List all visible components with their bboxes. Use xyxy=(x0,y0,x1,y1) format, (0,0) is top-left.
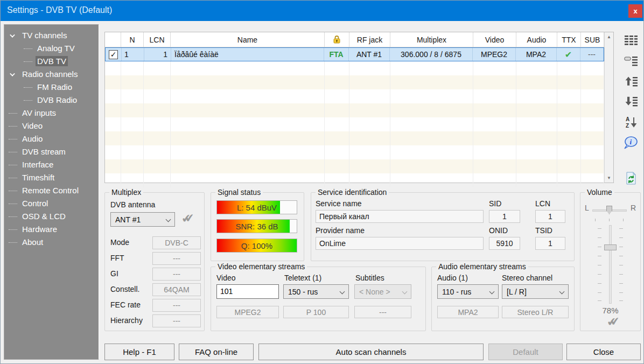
teletext-page-field: P 100 xyxy=(283,306,349,318)
sidebar-item-about[interactable]: About xyxy=(4,236,99,249)
sidebar-item-tv-channels[interactable]: TV channels xyxy=(4,29,99,42)
close-button[interactable]: Close xyxy=(566,344,641,360)
volume-slider-thumb[interactable] xyxy=(604,244,617,250)
teletext-label: Teletext (1) xyxy=(284,274,321,282)
subtitles-select[interactable]: < None > xyxy=(354,284,411,299)
svg-text:Z: Z xyxy=(626,123,629,129)
sidebar-item-dvb-tv[interactable]: DVB TV xyxy=(4,55,99,68)
channel-grid-icon[interactable] xyxy=(623,33,639,48)
stereo-channel-select[interactable]: [L / R] xyxy=(502,284,569,299)
lock-icon[interactable] xyxy=(325,32,349,47)
constellation-value: 64QAM xyxy=(152,283,201,296)
chevron-down-icon xyxy=(10,32,15,38)
fft-value: --- xyxy=(152,252,201,265)
sidebar-item-interface[interactable]: Interface xyxy=(4,158,99,171)
empty-row xyxy=(105,75,604,89)
empty-row xyxy=(105,145,604,159)
audio-select[interactable]: 110 - rus xyxy=(437,284,499,299)
cell-sub: --- xyxy=(580,48,604,61)
sidebar-item-remote-control[interactable]: Remote Control xyxy=(4,184,99,197)
multiplex-group: Multiplex DVB antenna ANT #1 ✔✔ Mode DVB… xyxy=(104,192,205,331)
level-bar: L: 54 dBuV xyxy=(216,200,297,214)
header-checkbox-col[interactable] xyxy=(105,32,121,47)
video-streams-title: Video elementary streams xyxy=(215,262,307,271)
balance-right-label: R xyxy=(631,204,636,212)
empty-row xyxy=(105,117,604,131)
window-title: Settings - DVB TV (Default) xyxy=(7,5,112,15)
cell-lcn: 1 xyxy=(144,48,171,61)
dvb-antenna-select[interactable]: ANT #1 xyxy=(110,212,175,227)
volume-slider[interactable] xyxy=(609,225,612,304)
ttx-check-icon: ✔ xyxy=(557,48,580,61)
sidebar-item-audio[interactable]: Audio xyxy=(4,132,99,145)
faq-button[interactable]: FAQ on-line xyxy=(179,344,254,360)
provider-name-field[interactable]: OnLime xyxy=(316,237,484,250)
header-name[interactable]: Name xyxy=(171,32,325,47)
sort-az-icon[interactable]: A Z xyxy=(623,115,639,130)
service-name-field[interactable]: Первый канал xyxy=(316,210,484,223)
scroll-down-icon[interactable]: ▼ xyxy=(605,173,613,183)
title-bar: Settings - DVB TV (Default) x xyxy=(1,1,643,21)
dvb-antenna-label: DVB antenna xyxy=(110,200,155,209)
header-ttx[interactable]: TTX xyxy=(557,32,581,47)
cell-multiplex: 306.000 / 8 / 6875 xyxy=(390,48,473,61)
close-icon[interactable]: x xyxy=(628,4,642,18)
audio-pid-label: Audio (1) xyxy=(437,274,468,282)
balance-slider-thumb[interactable] xyxy=(606,206,612,214)
lcn-label: LCN xyxy=(535,199,550,208)
volume-check-icon: ✔✔ xyxy=(580,316,640,328)
channel-checkbox[interactable]: ✓ xyxy=(109,50,118,59)
service-identification-title: Service identification xyxy=(316,188,389,197)
stereo-channel-label: Stereo channel xyxy=(502,274,552,282)
chevron-down-icon xyxy=(402,289,408,295)
teletext-select[interactable]: 150 - rus xyxy=(283,284,349,299)
channel-row-selected[interactable]: ✓ 1 1 Ïåðâûé êàíàë FTA ANT #1 306.000 / … xyxy=(105,47,604,61)
quality-bar: Q: 100% xyxy=(216,239,297,253)
sidebar-item-radio-channels[interactable]: Radio channels xyxy=(4,68,99,81)
properties-icon[interactable]: i xyxy=(623,135,639,150)
sidebar-item-video[interactable]: Video xyxy=(4,120,99,132)
sidebar-item-osd-lcd[interactable]: OSD & LCD xyxy=(4,210,99,223)
cell-audio: MPA2 xyxy=(516,48,557,61)
refresh-list-icon[interactable] xyxy=(623,171,639,186)
audio-streams-group: Audio elementary streams Audio (1) Stere… xyxy=(431,267,575,331)
header-rf-jack[interactable]: RF jack xyxy=(349,32,390,47)
default-button[interactable]: Default xyxy=(488,344,563,360)
table-scrollbar[interactable]: ▲ ▼ xyxy=(604,32,613,183)
sidebar-item-dvb-radio[interactable]: DVB Radio xyxy=(4,94,99,107)
sidebar-item-timeshift[interactable]: Timeshift xyxy=(4,171,99,184)
signal-status-title: Signal status xyxy=(215,188,263,197)
scroll-up-icon[interactable]: ▲ xyxy=(605,32,613,41)
help-button[interactable]: Help - F1 xyxy=(104,344,174,360)
antenna-check-icon: ✔✔ xyxy=(181,212,190,225)
provider-name-label: Provider name xyxy=(316,226,365,235)
edit-name-icon[interactable] xyxy=(623,53,639,68)
header-multiplex[interactable]: Multiplex xyxy=(390,32,473,47)
sidebar-item-analog-tv[interactable]: Analog TV xyxy=(4,42,99,55)
auto-scan-button[interactable]: Auto scan channels xyxy=(258,344,484,360)
sidebar-item-hardware[interactable]: Hardware xyxy=(4,223,99,236)
header-video[interactable]: Video xyxy=(473,32,516,47)
audio-streams-title: Audio elementary streams xyxy=(436,262,528,271)
move-down-icon[interactable] xyxy=(623,94,639,109)
audio-codec-field: MPA2 xyxy=(437,306,499,318)
sidebar-item-dvb-stream[interactable]: DVB stream xyxy=(4,145,99,158)
sidebar-item-av-inputs[interactable]: AV inputs xyxy=(4,107,99,120)
onid-label: ONID xyxy=(489,226,508,235)
settings-tree: TV channels Analog TV DVB TV Radio chann… xyxy=(4,24,99,360)
subtitles-info-field: --- xyxy=(354,306,411,318)
header-n[interactable]: N xyxy=(121,32,144,47)
chevron-down-icon xyxy=(10,71,15,76)
header-lcn[interactable]: LCN xyxy=(144,32,171,47)
header-audio[interactable]: Audio xyxy=(516,32,557,47)
video-pid-input[interactable]: 101 xyxy=(216,284,279,299)
mode-label: Mode xyxy=(110,238,129,247)
move-up-icon[interactable] xyxy=(623,74,639,89)
header-sub[interactable]: SUB xyxy=(581,32,604,47)
sidebar-item-fm-radio[interactable]: FM Radio xyxy=(4,81,99,94)
snr-bar-label: SNR: 36 dB xyxy=(217,220,297,233)
empty-row xyxy=(105,61,604,75)
quality-bar-label: Q: 100% xyxy=(217,239,297,252)
sidebar-item-control[interactable]: Control xyxy=(4,197,99,210)
cell-video: MPEG2 xyxy=(473,48,516,61)
